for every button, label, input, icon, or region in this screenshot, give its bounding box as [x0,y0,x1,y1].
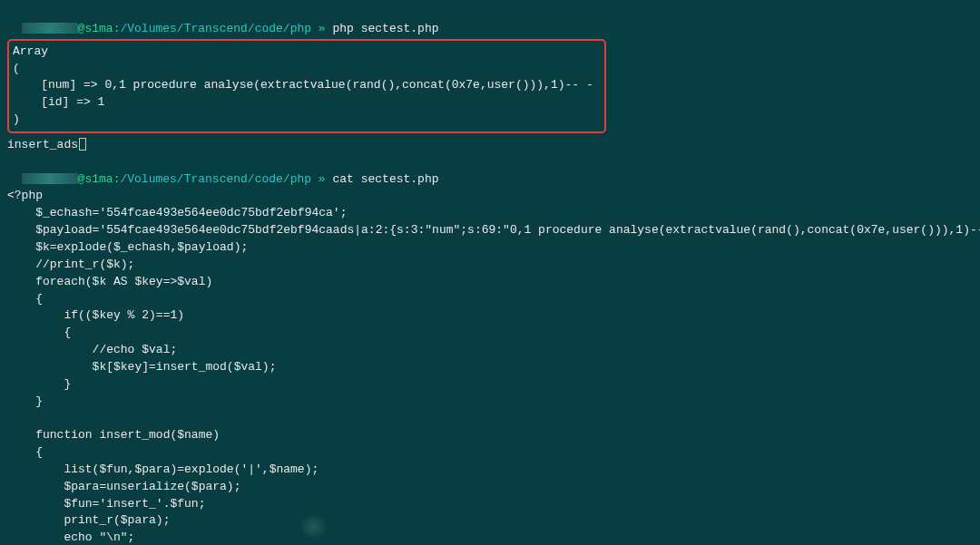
command-output-1: Array ( [num] => 0,1 procedure analyse(e… [13,44,599,129]
prompt-line-2[interactable]: @s1ma:/Volumes/Transcend/code/php » cat … [7,154,973,189]
prompt-user: @s1ma [78,172,113,186]
file-contents: <?php $_echash='554fcae493e564ee0dc75bdf… [7,188,973,545]
prompt-arrow: » [311,172,332,186]
insert-ads-line: insert_ads [7,137,973,154]
prompt-line-1[interactable]: @s1ma:/Volumes/Transcend/code/php » php … [7,4,973,38]
insert-ads-text: insert_ads [7,137,78,154]
prompt-arrow: » [311,22,332,35]
command-1: php sectest.php [332,22,438,35]
prompt-path: :/Volumes/Transcend/code/php [113,172,311,186]
prompt-path: :/Volumes/Transcend/code/php [113,22,311,35]
blurred-hostname [22,173,78,184]
prompt-user: @s1ma [78,22,113,35]
php-source: <?php $_echash='554fcae493e564ee0dc75bdf… [7,188,973,545]
command-2: cat sectest.php [332,172,438,186]
text-cursor [79,138,86,151]
blurred-hostname [22,23,78,34]
highlight-output-box: Array ( [num] => 0,1 procedure analyse(e… [7,39,606,133]
